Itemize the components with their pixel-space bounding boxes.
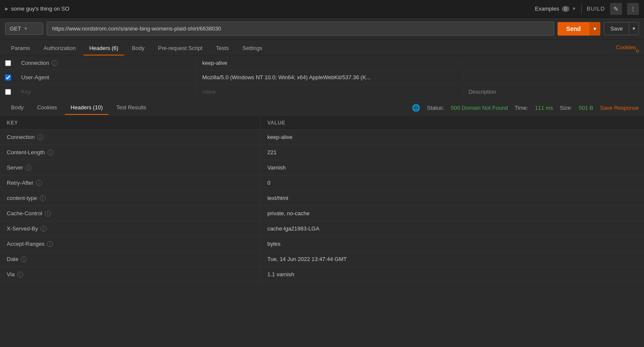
- table-row-empty: Key Value Description: [0, 85, 644, 99]
- table-row: X-Served-Byicache-lga21983-LGA: [0, 221, 644, 236]
- table-row: Viai1.1 varnish: [0, 267, 644, 282]
- table-row: ServeriVarnish: [0, 160, 644, 175]
- chevron-down-icon: ▼: [572, 6, 576, 11]
- info-icon: i: [25, 165, 31, 171]
- desc-col: Description: [463, 86, 644, 97]
- status-label: Status:: [427, 105, 444, 111]
- more-icon-button[interactable]: ⋮: [627, 3, 639, 15]
- table-row: DateiTue, 14 Jun 2022 13:47:44 GMT: [0, 252, 644, 267]
- examples-button[interactable]: Examples 0 ▼: [535, 6, 576, 12]
- examples-badge: 0: [562, 6, 569, 12]
- edit-icon-button[interactable]: ✎: [610, 3, 622, 15]
- resp-tab-headers[interactable]: Headers (10): [65, 101, 109, 115]
- response-headers-table: KEY VALUE Connectionikeep-aliveContent-L…: [0, 117, 644, 282]
- key-cell: Content-Lengthi: [0, 146, 260, 159]
- value-cell: Varnish: [260, 161, 644, 174]
- tab-settings[interactable]: Settings: [236, 42, 268, 56]
- desc-col: [463, 61, 644, 66]
- table-row: Accept-Rangesibytes: [0, 236, 644, 252]
- value-cell: text/html: [260, 192, 644, 205]
- value-cell: keep-alive: [260, 130, 644, 144]
- status-value: 500 Domain Not Found: [451, 105, 508, 111]
- resp-status-area: 🌐 Status: 500 Domain Not Found Time: 111…: [412, 104, 639, 112]
- check-col: [0, 75, 16, 81]
- resp-tab-cookies[interactable]: Cookies: [31, 101, 63, 115]
- tab-tests[interactable]: Tests: [210, 42, 235, 56]
- request-headers-table: Connection i keep-alive User-Agent Mozil…: [0, 56, 644, 100]
- value-column-header: VALUE: [260, 117, 644, 129]
- table-row: Retry-Afteri0: [0, 175, 644, 191]
- info-icon: i: [45, 211, 51, 217]
- globe-icon: 🌐: [412, 104, 420, 112]
- key-label: User-Agent: [21, 74, 49, 81]
- table-row: content-typeitext/html: [0, 191, 644, 206]
- url-bar: GET ▼ Send ▼ Save ▼: [0, 18, 644, 40]
- value-cell: 1.1 varnish: [260, 268, 644, 281]
- send-button-group: Send ▼: [558, 22, 600, 36]
- tab-body[interactable]: Body: [126, 42, 150, 56]
- info-icon: i: [52, 60, 58, 66]
- resp-tab-body[interactable]: Body: [5, 101, 30, 115]
- response-section: Body Cookies Headers (10) Test Results 🌐…: [0, 100, 644, 282]
- key-column-header: KEY: [0, 117, 260, 129]
- save-button-group: Save ▼: [604, 22, 639, 35]
- top-bar-actions: Examples 0 ▼ BUILD ✎ ⋮: [535, 3, 639, 15]
- tab-params[interactable]: Params: [5, 42, 36, 56]
- table-row: Connectionikeep-alive: [0, 130, 644, 145]
- key-col: User-Agent: [16, 72, 197, 83]
- cookies-link[interactable]: Cookies: [616, 44, 636, 54]
- table-row: Connection i keep-alive: [0, 56, 644, 70]
- key-col: Key: [16, 86, 197, 97]
- key-cell: X-Served-Byi: [0, 222, 260, 235]
- method-chevron-icon: ▼: [24, 26, 28, 31]
- check-col: [0, 89, 16, 95]
- arrow-icon: ▶: [5, 6, 8, 11]
- request-tabs: Params Authorization Headers (6) Body Pr…: [0, 40, 644, 56]
- value-cell: private, no-cache: [260, 207, 644, 220]
- tab-prerequest[interactable]: Pre-request Script: [152, 42, 208, 56]
- info-icon: i: [47, 150, 53, 155]
- val-col: Mozilla/5.0 (Windows NT 10.0; Win64; x64…: [197, 72, 463, 83]
- co-link[interactable]: o: [636, 47, 639, 54]
- key-cell: Cache-Controli: [0, 207, 260, 220]
- row-checkbox[interactable]: [5, 75, 11, 81]
- val-col: Value: [197, 86, 463, 97]
- check-col: [0, 60, 16, 66]
- save-response-button[interactable]: Save Response: [600, 105, 639, 111]
- more-icon: ⋮: [630, 6, 636, 12]
- time-value: 111 ms: [535, 105, 553, 111]
- key-label: Connection: [21, 60, 49, 66]
- value-cell: Tue, 14 Jun 2022 13:47:44 GMT: [260, 253, 644, 266]
- save-button[interactable]: Save: [604, 22, 629, 35]
- time-label: Time:: [515, 105, 528, 111]
- save-dropdown-button[interactable]: ▼: [629, 22, 639, 35]
- send-dropdown-button[interactable]: ▼: [589, 22, 601, 36]
- method-select[interactable]: GET ▼: [5, 22, 43, 35]
- url-input[interactable]: [47, 22, 554, 36]
- desc-placeholder: Description: [469, 89, 496, 95]
- key-cell: Serveri: [0, 161, 260, 174]
- size-label: Size:: [560, 105, 572, 111]
- desc-col: [463, 75, 644, 80]
- key-cell: Datei: [0, 253, 260, 266]
- build-button[interactable]: BUILD: [587, 6, 605, 12]
- method-label: GET: [10, 25, 21, 32]
- collection-title: ▶ some guy's thing on SO: [5, 6, 69, 12]
- row-checkbox[interactable]: [5, 89, 11, 95]
- tab-headers[interactable]: Headers (6): [83, 42, 125, 56]
- key-cell: Accept-Rangesi: [0, 237, 260, 250]
- tab-authorization[interactable]: Authorization: [38, 42, 82, 56]
- value-cell: cache-lga21983-LGA: [260, 222, 644, 235]
- row-checkbox[interactable]: [5, 60, 11, 66]
- right-links: Cookies o: [616, 44, 639, 56]
- val-placeholder: Value: [202, 89, 216, 95]
- send-button[interactable]: Send: [558, 22, 589, 36]
- table-row: User-Agent Mozilla/5.0 (Windows NT 10.0;…: [0, 70, 644, 85]
- value-cell: 221: [260, 146, 644, 159]
- info-icon: i: [40, 195, 46, 201]
- info-icon: i: [36, 180, 42, 186]
- info-icon: i: [37, 134, 43, 140]
- save-chevron-icon: ▼: [632, 26, 636, 31]
- send-chevron-icon: ▼: [593, 26, 597, 31]
- resp-tab-test-results[interactable]: Test Results: [110, 101, 152, 115]
